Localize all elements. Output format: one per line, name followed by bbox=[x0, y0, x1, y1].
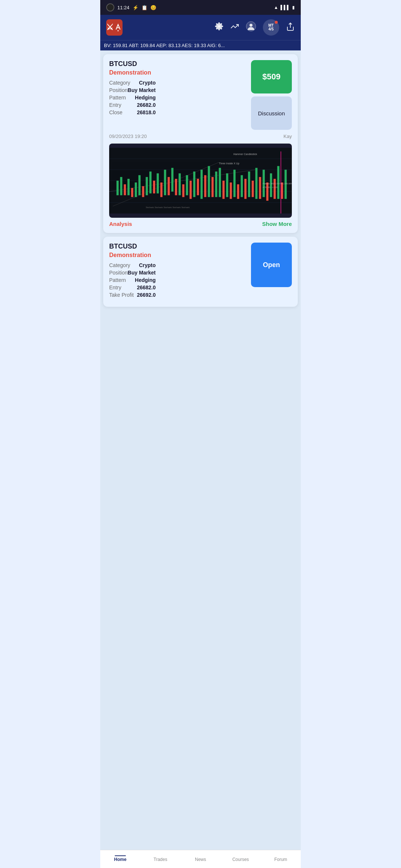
notification-dot bbox=[275, 21, 278, 24]
value-pattern-2: Hedging bbox=[135, 277, 156, 283]
detail-row-pattern-2: Pattern Hedging bbox=[109, 277, 156, 283]
svg-rect-29 bbox=[179, 173, 181, 195]
label-category-1: Category bbox=[109, 80, 130, 86]
card-header-2: BTCUSD Demonstration Category Crypto Pos… bbox=[109, 243, 292, 298]
detail-row-tp-2: Take Profit 26692.0 bbox=[109, 292, 156, 298]
trade-card-2: BTCUSD Demonstration Category Crypto Pos… bbox=[103, 237, 298, 307]
svg-point-0 bbox=[117, 30, 118, 31]
label-position-2: Position bbox=[109, 270, 128, 276]
profit-button[interactable]: $509 bbox=[251, 60, 292, 93]
svg-rect-21 bbox=[149, 171, 151, 193]
mt-badge[interactable]: MT 4/5 bbox=[263, 19, 279, 36]
nav-icons: MT 4/5 bbox=[215, 19, 295, 36]
nav-item-home[interactable]: Home bbox=[100, 853, 140, 864]
mt-sublabel: 4/5 bbox=[268, 27, 274, 31]
main-content: BTCUSD Demonstration Category Crypto Pos… bbox=[100, 50, 301, 850]
show-more-link[interactable]: Show More bbox=[262, 221, 292, 227]
value-category-2: Crypto bbox=[139, 262, 156, 268]
detail-row-category-2: Category Crypto bbox=[109, 262, 156, 268]
detail-row-position-1: Position Buy Market bbox=[109, 87, 156, 93]
wifi-icon: ▲ bbox=[274, 5, 278, 10]
svg-rect-16 bbox=[131, 188, 133, 197]
battery-icon: ▮ bbox=[292, 5, 295, 10]
svg-rect-51 bbox=[259, 177, 261, 199]
card-details-2: Category Crypto Position Buy Market Patt… bbox=[109, 262, 156, 298]
time: 11:24 bbox=[117, 5, 130, 10]
svg-rect-42 bbox=[226, 173, 228, 197]
settings-icon[interactable] bbox=[215, 22, 224, 33]
label-pattern-1: Pattern bbox=[109, 95, 126, 101]
svg-rect-24 bbox=[160, 183, 163, 197]
label-tp-2: Take Profit bbox=[109, 292, 134, 298]
svg-rect-53 bbox=[266, 183, 268, 201]
chart-svg-1: Hammer Candlestick Three Inside X Up Pat… bbox=[109, 144, 292, 218]
avatar-icon[interactable] bbox=[246, 21, 256, 34]
trade-card-1: BTCUSD Demonstration Category Crypto Pos… bbox=[103, 54, 298, 233]
svg-text:Pattern: M15 | 50/70 | 180.00%: Pattern: M15 | 50/70 | 180.00% bbox=[263, 183, 292, 185]
svg-rect-48 bbox=[248, 171, 250, 197]
value-close-1: 26818.0 bbox=[137, 109, 156, 115]
svg-rect-32 bbox=[189, 181, 192, 199]
value-position-1: Buy Market bbox=[128, 87, 156, 93]
nav-item-news[interactable]: News bbox=[180, 853, 221, 864]
value-category-1: Crypto bbox=[139, 80, 156, 86]
nav-item-trades[interactable]: Trades bbox=[140, 853, 180, 864]
svg-rect-23 bbox=[157, 173, 159, 193]
value-position-2: Buy Market bbox=[128, 270, 156, 276]
nav-label-home: Home bbox=[114, 857, 126, 862]
card-subtitle-2: Demonstration bbox=[109, 252, 156, 259]
label-entry-1: Entry bbox=[109, 102, 121, 108]
signal-icon: ▌▌▌ bbox=[280, 5, 290, 10]
detail-row-entry-2: Entry 26682.0 bbox=[109, 285, 156, 290]
svg-rect-47 bbox=[244, 179, 247, 199]
ticker-strip: BV: 159.81 ABT: 109.84 AEP: 83.13 AES: 1… bbox=[100, 40, 301, 50]
card-subtitle-1: Demonstration bbox=[109, 69, 156, 76]
label-entry-2: Entry bbox=[109, 285, 121, 290]
ticker-text: BV: 159.81 ABT: 109.84 AEP: 83.13 AES: 1… bbox=[104, 43, 225, 48]
camera-notch bbox=[106, 3, 114, 11]
svg-rect-50 bbox=[255, 168, 258, 199]
card-details-1: Category Crypto Position Buy Market Patt… bbox=[109, 80, 156, 115]
svg-rect-30 bbox=[182, 184, 185, 197]
value-entry-1: 26682.0 bbox=[137, 102, 156, 108]
svg-rect-46 bbox=[241, 175, 243, 197]
trending-icon[interactable] bbox=[230, 22, 239, 33]
svg-rect-37 bbox=[208, 166, 210, 197]
status-left: 11:24 ⚡ 📋 😊 bbox=[106, 3, 156, 11]
label-category-2: Category bbox=[109, 262, 130, 268]
analysis-link[interactable]: Analysis bbox=[109, 221, 132, 227]
svg-rect-49 bbox=[252, 181, 254, 197]
card-header-1: BTCUSD Demonstration Category Crypto Pos… bbox=[109, 60, 292, 130]
nav-indicator-news bbox=[195, 855, 206, 856]
svg-rect-27 bbox=[171, 168, 173, 192]
svg-rect-17 bbox=[135, 183, 137, 197]
card-buttons-1: $509 Discussion bbox=[251, 60, 292, 130]
svg-rect-44 bbox=[234, 170, 236, 197]
nav-item-forum[interactable]: Forum bbox=[261, 853, 301, 864]
nav-label-courses: Courses bbox=[232, 857, 249, 862]
card-actions-1: Analysis Show More bbox=[109, 221, 292, 227]
svg-rect-28 bbox=[175, 179, 177, 195]
svg-rect-34 bbox=[197, 179, 199, 195]
svg-rect-33 bbox=[193, 171, 195, 197]
discussion-button[interactable]: Discussion bbox=[251, 96, 292, 130]
value-tp-2: 26692.0 bbox=[137, 292, 156, 298]
nav-label-forum: Forum bbox=[274, 857, 287, 862]
svg-text:Three Inside X Up: Three Inside X Up bbox=[219, 162, 239, 165]
status-bar: 11:24 ⚡ 📋 😊 ▲ ▌▌▌ ▮ bbox=[100, 0, 301, 15]
app-logo[interactable] bbox=[106, 19, 123, 36]
nav-item-courses[interactable]: Courses bbox=[221, 853, 261, 864]
label-close-1: Close bbox=[109, 109, 123, 115]
card-timestamp-1: 09/20/2023 19:20 bbox=[109, 134, 147, 139]
charge-icon: ⚡ bbox=[133, 5, 138, 10]
detail-row-category-1: Category Crypto bbox=[109, 80, 156, 86]
svg-text:Stochastic Stochastic Stochast: Stochastic Stochastic Stochastic Stochas… bbox=[146, 207, 190, 208]
share-icon[interactable] bbox=[286, 22, 295, 33]
chart-image-1[interactable]: Hammer Candlestick Three Inside X Up Pat… bbox=[109, 144, 292, 218]
svg-rect-43 bbox=[230, 183, 232, 199]
detail-row-entry-1: Entry 26682.0 bbox=[109, 102, 156, 108]
svg-rect-13 bbox=[120, 177, 123, 195]
card-info-1: BTCUSD Demonstration Category Crypto Pos… bbox=[109, 60, 156, 115]
detail-row-close-1: Close 26818.0 bbox=[109, 109, 156, 115]
open-button[interactable]: Open bbox=[251, 243, 292, 287]
